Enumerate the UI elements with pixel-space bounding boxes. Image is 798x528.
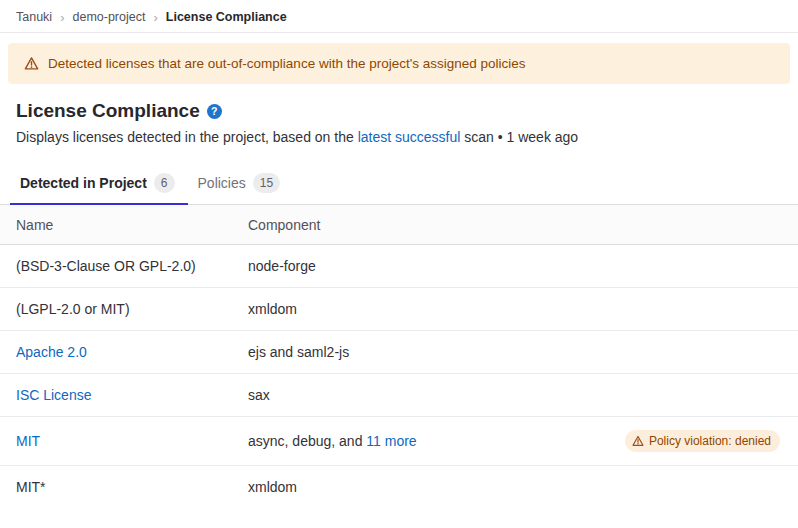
subtitle-suffix: scan • 1 week ago: [460, 129, 578, 145]
license-component: sax: [232, 374, 523, 417]
license-name-link[interactable]: MIT: [16, 433, 40, 449]
tab-policies[interactable]: Policies 15: [188, 164, 294, 204]
breadcrumb-item-current: License Compliance: [166, 10, 287, 24]
page-title: License Compliance: [16, 99, 200, 123]
warning-triangle-icon: [632, 435, 644, 447]
licenses-table: Name Component (BSD-3-Clause OR GPL-2.0)…: [0, 205, 798, 508]
tabs-bar: Detected in Project 6 Policies 15: [0, 164, 798, 205]
license-name: MIT*: [0, 466, 232, 509]
help-icon[interactable]: ?: [207, 104, 222, 119]
license-component: ejs and saml2-js: [232, 331, 523, 374]
license-compliance-page: Tanuki › demo-project › License Complian…: [0, 0, 798, 528]
table-row: ISC License sax: [0, 374, 798, 417]
license-component: node-forge: [232, 245, 523, 288]
license-name: (LGPL-2.0 or MIT): [0, 288, 232, 331]
tab-detected-in-project[interactable]: Detected in Project 6: [10, 164, 188, 204]
table-header: Name Component: [0, 205, 798, 245]
table-row: Apache 2.0 ejs and saml2-js: [0, 331, 798, 374]
table-row: (BSD-3-Clause OR GPL-2.0) node-forge: [0, 245, 798, 288]
license-component: xmldom: [232, 466, 523, 509]
warning-triangle-icon: [24, 56, 39, 71]
table-row: MIT* xmldom: [0, 466, 798, 509]
breadcrumb-item-group[interactable]: Tanuki: [16, 10, 52, 24]
tab-count-badge: 15: [253, 173, 280, 193]
column-header-empty: [523, 205, 798, 245]
license-component: async, debug, and 11 more: [232, 417, 523, 466]
breadcrumb: Tanuki › demo-project › License Complian…: [0, 0, 798, 33]
tab-count-badge: 6: [154, 173, 175, 193]
license-name-link[interactable]: Apache 2.0: [16, 344, 87, 360]
out-of-compliance-alert: Detected licenses that are out-of-compli…: [8, 43, 790, 84]
subtitle-text: Displays licenses detected in the projec…: [16, 129, 358, 145]
license-name: (BSD-3-Clause OR GPL-2.0): [0, 245, 232, 288]
latest-successful-link[interactable]: latest successful: [358, 129, 461, 145]
breadcrumb-item-project[interactable]: demo-project: [72, 10, 145, 24]
page-header: License Compliance ?: [16, 99, 782, 123]
chevron-right-icon: ›: [60, 11, 64, 24]
alert-message: Detected licenses that are out-of-compli…: [48, 56, 526, 71]
policy-violation-badge: Policy violation: denied: [625, 430, 780, 452]
more-components-link[interactable]: 11 more: [366, 433, 416, 449]
chevron-right-icon: ›: [153, 11, 157, 24]
table-row: (LGPL-2.0 or MIT) xmldom: [0, 288, 798, 331]
column-header-name: Name: [0, 205, 232, 245]
column-header-component: Component: [232, 205, 523, 245]
policy-violation-label: Policy violation: denied: [649, 435, 771, 447]
license-name-link[interactable]: ISC License: [16, 387, 91, 403]
page-subtitle: Displays licenses detected in the projec…: [16, 128, 782, 147]
tab-label: Detected in Project: [20, 175, 147, 191]
license-component: xmldom: [232, 288, 523, 331]
table-row: MIT async, debug, and 11 more Policy vio…: [0, 417, 798, 466]
tab-label: Policies: [198, 175, 246, 191]
